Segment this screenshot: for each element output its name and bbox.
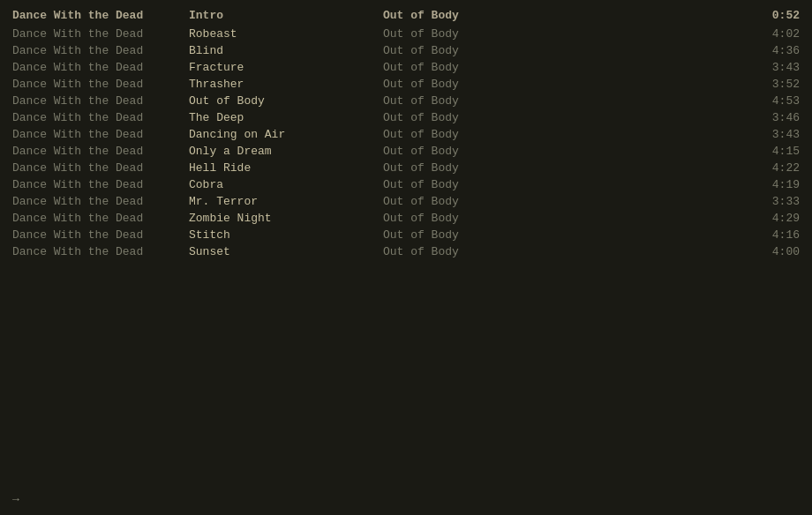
table-row[interactable]: Dance With the DeadCobraOut of Body4:19: [0, 176, 812, 193]
track-album: Out of Body: [383, 161, 747, 175]
track-title: Blind: [189, 44, 383, 57]
track-album: Out of Body: [383, 145, 747, 158]
track-list: Dance With the Dead Intro Out of Body 0:…: [0, 0, 812, 267]
track-duration: 4:15: [747, 145, 800, 158]
track-duration: 3:33: [747, 195, 800, 208]
header-title: Intro: [189, 9, 383, 22]
track-album: Out of Body: [383, 128, 747, 141]
track-artist: Dance With the Dead: [12, 27, 189, 41]
track-artist: Dance With the Dead: [12, 195, 189, 208]
table-header: Dance With the Dead Intro Out of Body 0:…: [0, 7, 812, 24]
track-artist: Dance With the Dead: [12, 128, 189, 141]
track-album: Out of Body: [383, 61, 747, 74]
table-row[interactable]: Dance With the DeadRobeastOut of Body4:0…: [0, 26, 812, 42]
track-artist: Dance With the Dead: [12, 178, 189, 191]
track-duration: 3:43: [747, 61, 800, 74]
track-artist: Dance With the Dead: [12, 245, 189, 258]
track-artist: Dance With the Dead: [12, 161, 189, 175]
track-artist: Dance With the Dead: [12, 212, 189, 225]
track-artist: Dance With the Dead: [12, 44, 189, 57]
header-duration: 0:52: [747, 9, 800, 22]
track-duration: 4:29: [747, 212, 800, 225]
track-title: Dancing on Air: [189, 128, 383, 141]
track-duration: 4:22: [747, 161, 800, 175]
track-duration: 3:46: [747, 111, 800, 124]
track-title: Out of Body: [189, 94, 383, 108]
track-title: Sunset: [189, 245, 383, 258]
track-title: Only a Dream: [189, 145, 383, 158]
track-duration: 4:19: [747, 178, 800, 191]
table-row[interactable]: Dance With the DeadFractureOut of Body3:…: [0, 59, 812, 76]
track-duration: 4:53: [747, 94, 800, 108]
track-duration: 3:52: [747, 78, 800, 91]
track-album: Out of Body: [383, 195, 747, 208]
table-row[interactable]: Dance With the DeadThe DeepOut of Body3:…: [0, 109, 812, 126]
track-duration: 4:02: [747, 27, 800, 41]
track-album: Out of Body: [383, 245, 747, 258]
table-row[interactable]: Dance With the DeadBlindOut of Body4:36: [0, 42, 812, 59]
table-row[interactable]: Dance With the DeadHell RideOut of Body4…: [0, 160, 812, 176]
track-title: Zombie Night: [189, 212, 383, 225]
track-duration: 4:00: [747, 245, 800, 258]
track-artist: Dance With the Dead: [12, 94, 189, 108]
bottom-arrow: →: [12, 493, 19, 506]
track-album: Out of Body: [383, 212, 747, 225]
header-album: Out of Body: [383, 9, 747, 22]
track-album: Out of Body: [383, 27, 747, 41]
track-title: Fracture: [189, 61, 383, 74]
track-title: The Deep: [189, 111, 383, 124]
track-album: Out of Body: [383, 44, 747, 57]
track-artist: Dance With the Dead: [12, 61, 189, 74]
table-row[interactable]: Dance With the DeadOnly a DreamOut of Bo…: [0, 143, 812, 160]
track-title: Cobra: [189, 178, 383, 191]
track-duration: 4:36: [747, 44, 800, 57]
track-album: Out of Body: [383, 228, 747, 242]
table-row[interactable]: Dance With the DeadMr. TerrorOut of Body…: [0, 193, 812, 210]
table-row[interactable]: Dance With the DeadDancing on AirOut of …: [0, 126, 812, 143]
track-duration: 3:43: [747, 128, 800, 141]
track-title: Hell Ride: [189, 161, 383, 175]
track-album: Out of Body: [383, 94, 747, 108]
table-row[interactable]: Dance With the DeadZombie NightOut of Bo…: [0, 210, 812, 227]
track-album: Out of Body: [383, 178, 747, 191]
track-artist: Dance With the Dead: [12, 228, 189, 242]
track-album: Out of Body: [383, 111, 747, 124]
track-title: Mr. Terror: [189, 195, 383, 208]
table-row[interactable]: Dance With the DeadThrasherOut of Body3:…: [0, 76, 812, 93]
track-artist: Dance With the Dead: [12, 111, 189, 124]
table-row[interactable]: Dance With the DeadOut of BodyOut of Bod…: [0, 93, 812, 109]
track-artist: Dance With the Dead: [12, 145, 189, 158]
track-title: Stitch: [189, 228, 383, 242]
track-album: Out of Body: [383, 78, 747, 91]
header-artist: Dance With the Dead: [12, 9, 189, 22]
track-artist: Dance With the Dead: [12, 78, 189, 91]
track-duration: 4:16: [747, 228, 800, 242]
track-title: Robeast: [189, 27, 383, 41]
track-title: Thrasher: [189, 78, 383, 91]
table-row[interactable]: Dance With the DeadStitchOut of Body4:16: [0, 227, 812, 243]
table-row[interactable]: Dance With the DeadSunsetOut of Body4:00: [0, 243, 812, 260]
